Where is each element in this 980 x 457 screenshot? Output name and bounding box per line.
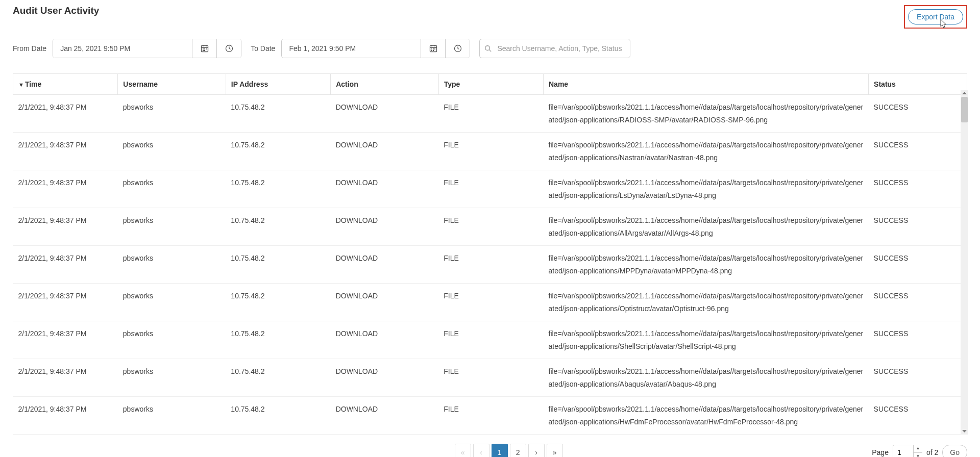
cell-action: DOWNLOAD bbox=[331, 321, 439, 359]
cell-name: file=/var/spool/pbsworks/2021.1.1/access… bbox=[544, 95, 869, 133]
cell-username: pbsworks bbox=[118, 170, 226, 208]
cell-action: DOWNLOAD bbox=[331, 95, 439, 133]
scrollbar-track[interactable] bbox=[961, 90, 968, 435]
cell-action: DOWNLOAD bbox=[331, 133, 439, 170]
cell-type: FILE bbox=[438, 208, 543, 246]
cell-time: 2/1/2021, 9:48:37 PM bbox=[13, 284, 118, 321]
svg-rect-18 bbox=[433, 50, 434, 51]
cell-type: FILE bbox=[438, 359, 543, 397]
from-date-clock-button[interactable] bbox=[216, 39, 241, 58]
cell-ip: 10.75.48.2 bbox=[226, 284, 330, 321]
page-next-button[interactable]: › bbox=[528, 444, 545, 457]
column-header-ip[interactable]: IP Address bbox=[226, 74, 330, 95]
cell-time: 2/1/2021, 9:48:37 PM bbox=[13, 133, 118, 170]
cell-type: FILE bbox=[438, 95, 543, 133]
to-date-label: To Date bbox=[251, 44, 275, 53]
to-date-calendar-button[interactable] bbox=[421, 39, 445, 58]
cell-time: 2/1/2021, 9:48:37 PM bbox=[13, 246, 118, 284]
cell-action: DOWNLOAD bbox=[331, 208, 439, 246]
page-2-button[interactable]: 2 bbox=[510, 444, 526, 457]
cell-ip: 10.75.48.2 bbox=[226, 321, 330, 359]
column-header-time[interactable]: ▼Time bbox=[13, 74, 118, 95]
cell-time: 2/1/2021, 9:48:37 PM bbox=[13, 95, 118, 133]
column-header-name[interactable]: Name bbox=[544, 74, 869, 95]
cell-time: 2/1/2021, 9:48:37 PM bbox=[13, 321, 118, 359]
search-input[interactable] bbox=[479, 39, 630, 58]
page-1-button[interactable]: 1 bbox=[492, 444, 508, 457]
page-spin-down-button[interactable]: ▼ bbox=[914, 453, 922, 458]
cell-name: file=/var/spool/pbsworks/2021.1.1/access… bbox=[544, 133, 869, 170]
cell-ip: 10.75.48.2 bbox=[226, 133, 330, 170]
cell-time: 2/1/2021, 9:48:37 PM bbox=[13, 208, 118, 246]
svg-rect-7 bbox=[203, 50, 204, 51]
filter-row: From Date To Date bbox=[13, 39, 967, 58]
page-label: Page bbox=[872, 448, 889, 456]
cell-ip: 10.75.48.2 bbox=[226, 208, 330, 246]
cell-name: file=/var/spool/pbsworks/2021.1.1/access… bbox=[544, 170, 869, 208]
page-spin-up-button[interactable]: ▲ bbox=[914, 445, 922, 453]
page-title: Audit User Activity bbox=[13, 5, 99, 16]
cell-action: DOWNLOAD bbox=[331, 359, 439, 397]
export-highlight-box: Export Data bbox=[904, 5, 967, 29]
page-prev-button[interactable]: ‹ bbox=[473, 444, 489, 457]
page-of-label: of 2 bbox=[926, 448, 938, 456]
svg-rect-5 bbox=[204, 48, 205, 49]
scroll-down-icon[interactable] bbox=[962, 428, 967, 434]
column-label: Time bbox=[25, 80, 41, 88]
cell-name: file=/var/spool/pbsworks/2021.1.1/access… bbox=[544, 208, 869, 246]
column-header-type[interactable]: Type bbox=[438, 74, 543, 95]
svg-rect-17 bbox=[431, 50, 432, 51]
cell-type: FILE bbox=[438, 246, 543, 284]
cell-action: DOWNLOAD bbox=[331, 284, 439, 321]
cell-action: DOWNLOAD bbox=[331, 397, 439, 435]
scrollbar-thumb[interactable] bbox=[961, 97, 968, 122]
page-first-button[interactable]: « bbox=[455, 444, 471, 457]
svg-rect-6 bbox=[206, 48, 207, 49]
cell-action: DOWNLOAD bbox=[331, 170, 439, 208]
svg-rect-15 bbox=[433, 48, 434, 49]
cell-name: file=/var/spool/pbsworks/2021.1.1/access… bbox=[544, 321, 869, 359]
calendar-icon bbox=[429, 44, 437, 53]
to-date-clock-button[interactable] bbox=[445, 39, 470, 58]
from-date-input[interactable] bbox=[53, 39, 192, 58]
cell-status: SUCCESS bbox=[869, 95, 967, 133]
cell-status: SUCCESS bbox=[869, 246, 967, 284]
table-row: 2/1/2021, 9:48:37 PMpbsworks10.75.48.2DO… bbox=[13, 359, 967, 397]
cell-action: DOWNLOAD bbox=[331, 246, 439, 284]
clock-icon bbox=[225, 44, 233, 53]
cell-status: SUCCESS bbox=[869, 133, 967, 170]
cell-status: SUCCESS bbox=[869, 208, 967, 246]
column-header-username[interactable]: Username bbox=[118, 74, 226, 95]
cell-username: pbsworks bbox=[118, 284, 226, 321]
cell-time: 2/1/2021, 9:48:37 PM bbox=[13, 170, 118, 208]
table-row: 2/1/2021, 9:48:37 PMpbsworks10.75.48.2DO… bbox=[13, 133, 967, 170]
scroll-up-icon[interactable] bbox=[962, 90, 967, 96]
cell-username: pbsworks bbox=[118, 133, 226, 170]
page-go-button[interactable]: Go bbox=[942, 445, 967, 457]
sort-desc-icon: ▼ bbox=[18, 82, 24, 88]
to-date-input[interactable] bbox=[282, 39, 421, 58]
svg-rect-14 bbox=[431, 48, 432, 49]
cell-status: SUCCESS bbox=[869, 170, 967, 208]
table-row: 2/1/2021, 9:48:37 PMpbsworks10.75.48.2DO… bbox=[13, 321, 967, 359]
cell-time: 2/1/2021, 9:48:37 PM bbox=[13, 397, 118, 435]
audit-table: ▼Time Username IP Address Action Type Na… bbox=[13, 73, 967, 435]
cell-type: FILE bbox=[438, 133, 543, 170]
export-data-button[interactable]: Export Data bbox=[908, 9, 963, 24]
page-last-button[interactable]: » bbox=[547, 444, 563, 457]
column-header-action[interactable]: Action bbox=[331, 74, 439, 95]
from-date-box bbox=[53, 39, 241, 58]
cell-ip: 10.75.48.2 bbox=[226, 246, 330, 284]
column-header-status[interactable]: Status bbox=[869, 74, 967, 95]
cell-status: SUCCESS bbox=[869, 359, 967, 397]
cell-username: pbsworks bbox=[118, 397, 226, 435]
table-row: 2/1/2021, 9:48:37 PMpbsworks10.75.48.2DO… bbox=[13, 246, 967, 284]
from-date-calendar-button[interactable] bbox=[192, 39, 216, 58]
cell-status: SUCCESS bbox=[869, 397, 967, 435]
cell-name: file=/var/spool/pbsworks/2021.1.1/access… bbox=[544, 397, 869, 435]
table-row: 2/1/2021, 9:48:37 PMpbsworks10.75.48.2DO… bbox=[13, 95, 967, 133]
cell-name: file=/var/spool/pbsworks/2021.1.1/access… bbox=[544, 284, 869, 321]
cell-ip: 10.75.48.2 bbox=[226, 359, 330, 397]
cell-type: FILE bbox=[438, 397, 543, 435]
svg-rect-16 bbox=[434, 48, 435, 49]
